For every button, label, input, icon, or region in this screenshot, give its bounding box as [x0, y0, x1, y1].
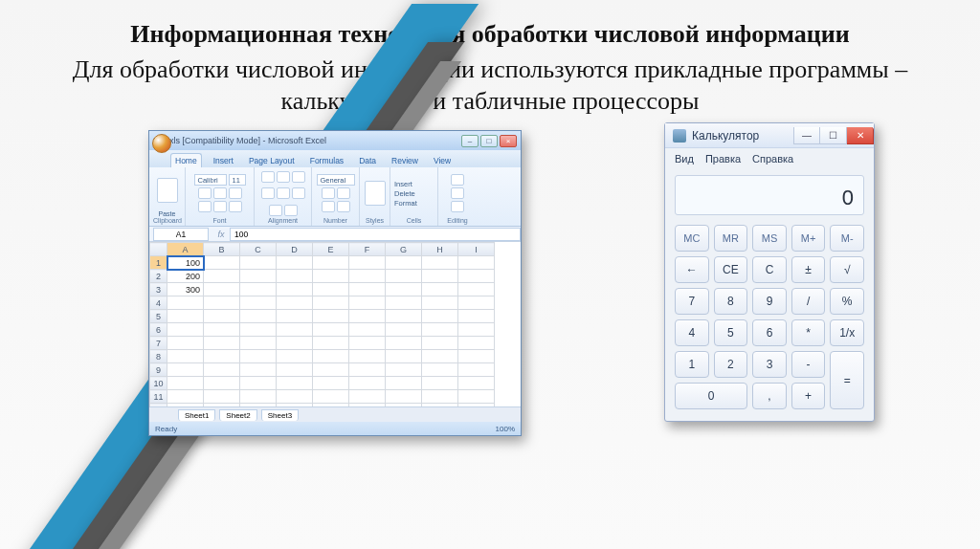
calc-btn-1[interactable]: 1 [675, 351, 709, 378]
calc-btn-neg[interactable]: ± [791, 256, 826, 283]
row-header[interactable]: 10 [150, 377, 167, 390]
italic-icon[interactable] [213, 187, 227, 199]
calc-btn-3[interactable]: 3 [752, 351, 787, 378]
fill-color-icon[interactable] [213, 201, 227, 212]
styles-icon[interactable] [365, 181, 386, 206]
calc-btn-mminus[interactable]: M- [830, 225, 864, 252]
calc-btn-mr[interactable]: MR [714, 225, 748, 252]
align-icon[interactable] [277, 187, 290, 199]
calc-btn-inv[interactable]: 1/x [830, 319, 864, 346]
align-icon[interactable] [292, 171, 305, 183]
calc-btn-sub[interactable]: - [791, 351, 826, 378]
formula-input[interactable]: 100 [230, 228, 521, 241]
minimize-button[interactable]: – [461, 135, 479, 147]
calc-btn-9[interactable]: 9 [752, 288, 787, 315]
col-header[interactable]: E [313, 243, 349, 256]
align-icon[interactable] [277, 171, 290, 183]
calc-btn-pct[interactable]: % [830, 288, 864, 315]
col-header[interactable]: B [204, 243, 240, 256]
fill-icon[interactable] [451, 187, 464, 199]
sheet-tab[interactable]: Sheet2 [219, 409, 256, 421]
tab-formulas[interactable]: Formulas [306, 154, 347, 167]
tab-data[interactable]: Data [355, 154, 380, 167]
font-size-select[interactable]: 11 [229, 174, 246, 186]
row-header[interactable]: 5 [150, 310, 167, 323]
decimal-icon[interactable] [337, 201, 350, 212]
row-header[interactable]: 7 [150, 337, 167, 350]
wrap-icon[interactable] [284, 205, 298, 216]
row-header[interactable]: 9 [150, 363, 167, 377]
spreadsheet-grid[interactable]: A B C D E F G H I 1100 2200 3300 4 5 6 7… [149, 242, 521, 414]
cell[interactable]: 100 [167, 256, 204, 270]
cell[interactable]: 200 [167, 270, 204, 283]
cells-insert[interactable]: Insert [394, 180, 412, 188]
align-icon[interactable] [261, 187, 275, 199]
percent-icon[interactable] [337, 187, 350, 199]
comma-icon[interactable] [322, 201, 335, 212]
calc-btn-add[interactable]: + [791, 383, 826, 409]
underline-icon[interactable] [229, 187, 242, 199]
calc-btn-5[interactable]: 5 [714, 319, 748, 346]
row-header[interactable]: 1 [150, 256, 167, 270]
cell[interactable]: 300 [167, 283, 204, 296]
menu-help[interactable]: Справка [752, 153, 793, 165]
calc-btn-0[interactable]: 0 [675, 383, 747, 409]
calc-btn-mplus[interactable]: M+ [791, 225, 826, 252]
row-header[interactable]: 3 [150, 283, 167, 296]
font-name-select[interactable]: Calibri [194, 174, 227, 186]
col-header[interactable]: I [458, 243, 495, 256]
calc-btn-4[interactable]: 4 [675, 319, 709, 346]
border-icon[interactable] [198, 201, 212, 212]
tab-review[interactable]: Review [388, 154, 422, 167]
currency-icon[interactable] [322, 187, 335, 199]
row-header[interactable]: 8 [150, 350, 167, 363]
bold-icon[interactable] [198, 187, 212, 199]
tab-view[interactable]: View [430, 154, 455, 167]
col-header[interactable]: G [386, 243, 422, 256]
menu-view[interactable]: Вид [675, 153, 694, 165]
calc-btn-ce[interactable]: CE [714, 256, 748, 283]
calc-btn-back[interactable]: ← [675, 256, 709, 283]
col-header[interactable]: F [349, 243, 386, 256]
sheet-tab[interactable]: Sheet3 [261, 409, 299, 421]
tab-insert[interactable]: Insert [210, 154, 237, 167]
calc-btn-c[interactable]: C [752, 256, 787, 283]
align-icon[interactable] [292, 187, 305, 199]
paste-icon[interactable] [157, 178, 178, 203]
col-header[interactable]: A [167, 243, 204, 256]
minimize-button[interactable]: — [793, 127, 820, 144]
merge-icon[interactable] [269, 205, 282, 216]
calc-btn-2[interactable]: 2 [714, 351, 748, 378]
calc-btn-sqrt[interactable]: √ [830, 256, 864, 283]
row-header[interactable]: 2 [150, 270, 167, 283]
calc-btn-dec[interactable]: , [752, 383, 787, 409]
cells-format[interactable]: Format [394, 199, 417, 208]
align-icon[interactable] [261, 171, 275, 183]
calc-btn-ms[interactable]: MS [752, 225, 787, 252]
sheet-tab[interactable]: Sheet1 [178, 409, 215, 421]
tab-page-layout[interactable]: Page Layout [245, 154, 299, 167]
calc-btn-mul[interactable]: * [791, 319, 826, 346]
maximize-button[interactable]: ☐ [820, 127, 847, 144]
menu-edit[interactable]: Правка [705, 153, 741, 165]
close-button[interactable]: × [500, 135, 517, 147]
calc-btn-div[interactable]: / [791, 288, 826, 315]
fx-icon[interactable]: fx [212, 230, 230, 239]
tab-home[interactable]: Home [170, 153, 202, 167]
calc-btn-6[interactable]: 6 [752, 319, 787, 346]
calc-btn-8[interactable]: 8 [714, 288, 748, 315]
maximize-button[interactable]: □ [480, 135, 498, 147]
row-header[interactable]: 6 [150, 323, 167, 337]
sum-icon[interactable] [451, 174, 464, 186]
cells-delete[interactable]: Delete [394, 189, 415, 198]
clear-icon[interactable] [451, 201, 464, 212]
col-header[interactable]: H [422, 243, 458, 256]
calc-btn-mc[interactable]: MC [675, 225, 709, 252]
col-header[interactable]: D [277, 243, 313, 256]
close-button[interactable]: ✕ [847, 127, 874, 144]
col-header[interactable]: C [240, 243, 277, 256]
row-header[interactable]: 11 [150, 390, 167, 404]
font-color-icon[interactable] [229, 201, 242, 212]
number-format-select[interactable]: General [317, 174, 355, 186]
name-box[interactable]: A1 [153, 228, 209, 241]
